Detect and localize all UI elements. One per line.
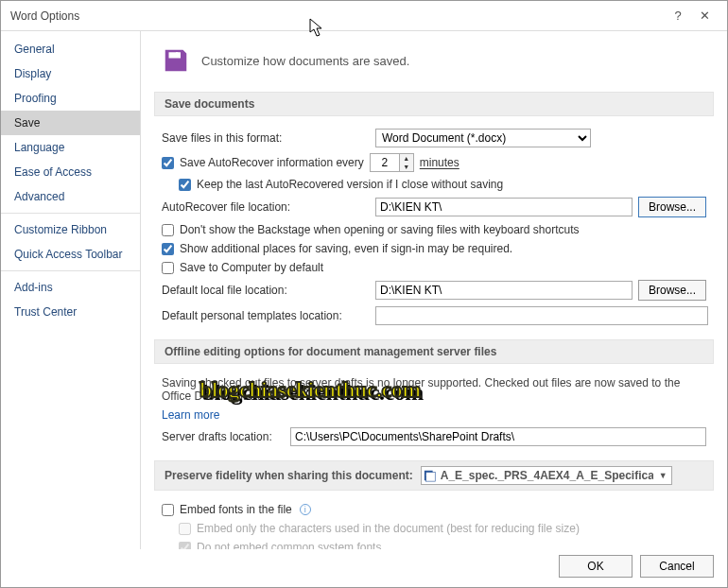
autorecover-location-label: AutoRecover file location: xyxy=(162,200,370,214)
spin-down-icon[interactable]: ▼ xyxy=(400,163,413,171)
sidebar-item-general[interactable]: General xyxy=(1,37,140,61)
default-local-input[interactable] xyxy=(375,281,633,300)
default-templates-label: Default personal templates location: xyxy=(162,309,370,322)
show-additional-checkbox[interactable] xyxy=(162,243,174,255)
save-computer-checkbox[interactable] xyxy=(162,262,174,274)
section-offline-editing: Offline editing options for document man… xyxy=(154,339,714,364)
autorecover-location-input[interactable] xyxy=(375,198,633,216)
format-select[interactable]: Word Document (*.docx) xyxy=(375,129,591,147)
close-icon[interactable]: ✕ xyxy=(691,9,718,23)
sidebar-item-proofing[interactable]: Proofing xyxy=(1,86,140,111)
embed-chars-checkbox xyxy=(179,523,191,535)
save-computer-label: Save to Computer by default xyxy=(180,261,323,274)
learn-more-link[interactable]: Learn more xyxy=(162,408,219,422)
ok-button[interactable]: OK xyxy=(559,555,633,578)
window-title: Word Options xyxy=(10,9,665,23)
server-drafts-label: Server drafts location: xyxy=(162,430,285,443)
spin-up-icon[interactable]: ▲ xyxy=(400,154,413,163)
sidebar-item-quick-access-toolbar[interactable]: Quick Access Toolbar xyxy=(1,242,140,267)
sidebar: General Display Proofing Save Language E… xyxy=(1,31,141,549)
chevron-down-icon: ▼ xyxy=(657,471,669,480)
sidebar-item-language[interactable]: Language xyxy=(1,135,140,160)
sidebar-item-trust-center[interactable]: Trust Center xyxy=(1,300,140,324)
preserve-title: Preserve fidelity when sharing this docu… xyxy=(165,469,413,482)
default-local-label: Default local file location: xyxy=(162,284,370,297)
keep-last-label: Keep the last AutoRecovered version if I… xyxy=(197,178,503,191)
sidebar-item-save[interactable]: Save xyxy=(1,111,140,135)
info-icon[interactable]: i xyxy=(300,504,311,515)
save-disk-icon xyxy=(162,46,190,75)
section-preserve-fidelity: Preserve fidelity when sharing this docu… xyxy=(154,460,714,491)
minutes-label: minutes xyxy=(420,156,459,169)
offline-note: Saving checked out files to server draft… xyxy=(162,376,680,403)
sidebar-item-ease-of-access[interactable]: Ease of Access xyxy=(1,160,140,184)
autorecover-minutes-input[interactable] xyxy=(371,154,399,171)
default-templates-input[interactable] xyxy=(375,306,708,325)
cancel-button[interactable]: Cancel xyxy=(640,555,714,578)
sidebar-item-display[interactable]: Display xyxy=(1,61,140,86)
server-drafts-input[interactable] xyxy=(290,427,706,446)
no-common-fonts-label: Do not embed common system fonts xyxy=(197,541,381,549)
dont-backstage-label: Don't show the Backstage when opening or… xyxy=(180,223,580,236)
help-icon[interactable]: ? xyxy=(665,9,691,23)
page-header-text: Customize how documents are saved. xyxy=(201,54,409,68)
autorecover-minutes-stepper[interactable]: ▲▼ xyxy=(370,153,414,172)
document-name: A_E_spec._PRS_4AEX4_A_E_Specification... xyxy=(441,469,653,482)
section-save-documents: Save documents xyxy=(154,92,714,116)
svg-rect-0 xyxy=(176,52,179,57)
autorecover-label: Save AutoRecover information every xyxy=(180,156,364,169)
embed-fonts-label: Embed fonts in the file xyxy=(180,503,292,516)
default-local-browse-button[interactable]: Browse... xyxy=(638,280,706,301)
embed-fonts-checkbox[interactable] xyxy=(162,504,174,516)
format-label: Save files in this format: xyxy=(162,131,370,145)
keep-last-checkbox[interactable] xyxy=(179,179,191,191)
show-additional-label: Show additional places for saving, even … xyxy=(180,242,512,255)
autorecover-checkbox[interactable] xyxy=(162,157,174,169)
content-panel: Customize how documents are saved. Save … xyxy=(141,31,727,549)
no-common-fonts-checkbox xyxy=(179,542,191,550)
embed-chars-label: Embed only the characters used in the do… xyxy=(197,522,580,535)
document-select[interactable]: W A_E_spec._PRS_4AEX4_A_E_Specification.… xyxy=(421,466,672,485)
svg-text:W: W xyxy=(425,473,431,479)
word-doc-icon: W xyxy=(424,469,437,482)
dont-backstage-checkbox[interactable] xyxy=(162,224,174,236)
autorecover-browse-button[interactable]: Browse... xyxy=(638,197,706,217)
sidebar-item-add-ins[interactable]: Add-ins xyxy=(1,275,140,300)
sidebar-item-customize-ribbon[interactable]: Customize Ribbon xyxy=(1,217,140,242)
sidebar-item-advanced[interactable]: Advanced xyxy=(1,184,140,209)
